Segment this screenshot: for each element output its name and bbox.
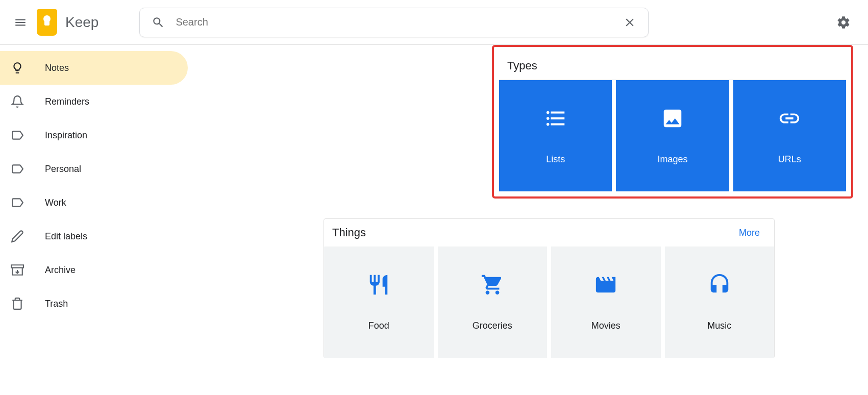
types-tile-images[interactable]: Images bbox=[616, 80, 729, 191]
close-icon bbox=[623, 16, 636, 29]
types-tile-row: Lists Images URLs bbox=[499, 80, 846, 191]
main-content: Types Lists Images URLs Things bbox=[188, 45, 868, 371]
sidebar-item-label: Notes bbox=[45, 63, 69, 73]
things-panel-header: Things More bbox=[324, 219, 774, 246]
types-tile-urls[interactable]: URLs bbox=[733, 80, 846, 191]
sidebar-item-label: Trash bbox=[45, 299, 68, 309]
hamburger-icon bbox=[14, 16, 27, 29]
types-panel-title: Types bbox=[507, 59, 537, 72]
headphones-icon bbox=[708, 274, 731, 296]
search-box[interactable] bbox=[139, 8, 649, 37]
sidebar-item-inspiration[interactable]: Inspiration bbox=[0, 118, 188, 152]
sidebar-item-trash[interactable]: Trash bbox=[0, 287, 188, 320]
lightbulb-icon bbox=[10, 61, 24, 75]
things-panel: Things More Food Groceries Movies bbox=[324, 218, 775, 358]
main-menu-button[interactable] bbox=[8, 10, 33, 35]
header-actions bbox=[760, 10, 860, 35]
link-icon bbox=[778, 107, 801, 130]
list-icon bbox=[544, 107, 567, 130]
sidebar-item-archive[interactable]: Archive bbox=[0, 253, 188, 287]
content: Notes Reminders Inspiration Personal Wor… bbox=[0, 45, 868, 371]
search-button[interactable] bbox=[147, 11, 169, 34]
tile-label: Movies bbox=[591, 320, 621, 331]
sidebar-item-label: Archive bbox=[45, 265, 76, 276]
sidebar-item-edit-labels[interactable]: Edit labels bbox=[0, 219, 188, 253]
tile-label: Lists bbox=[546, 154, 565, 165]
things-tile-movies[interactable]: Movies bbox=[551, 246, 661, 358]
sidebar-item-label: Work bbox=[45, 198, 66, 208]
food-icon bbox=[367, 274, 390, 296]
gear-icon bbox=[836, 15, 851, 30]
tile-label: URLs bbox=[778, 154, 801, 165]
sidebar-item-label: Edit labels bbox=[45, 231, 87, 242]
sidebar: Notes Reminders Inspiration Personal Wor… bbox=[0, 45, 188, 371]
archive-icon bbox=[10, 263, 24, 277]
sidebar-item-personal[interactable]: Personal bbox=[0, 152, 188, 186]
keep-logo-icon bbox=[37, 9, 57, 36]
tile-label: Images bbox=[657, 154, 687, 165]
things-tile-food[interactable]: Food bbox=[324, 246, 434, 358]
app-name: Keep bbox=[65, 14, 98, 31]
cart-icon bbox=[481, 274, 504, 296]
sidebar-item-label: Personal bbox=[45, 164, 81, 175]
things-tile-row: Food Groceries Movies Music bbox=[324, 246, 774, 358]
pencil-icon bbox=[10, 229, 24, 243]
clear-search-button[interactable] bbox=[618, 11, 641, 34]
sidebar-item-reminders[interactable]: Reminders bbox=[0, 85, 188, 118]
sidebar-item-work[interactable]: Work bbox=[0, 186, 188, 219]
search-input[interactable] bbox=[169, 16, 618, 28]
settings-button[interactable] bbox=[831, 10, 856, 35]
types-panel-highlighted: Types Lists Images URLs bbox=[492, 45, 853, 199]
search-icon bbox=[152, 16, 165, 29]
tile-label: Food bbox=[368, 320, 389, 331]
things-more-button[interactable]: More bbox=[739, 228, 766, 238]
label-icon bbox=[10, 195, 24, 210]
trash-icon bbox=[10, 297, 24, 311]
sidebar-item-notes[interactable]: Notes bbox=[0, 51, 188, 85]
bell-icon bbox=[10, 94, 24, 109]
things-panel-title: Things bbox=[332, 226, 366, 239]
app-logo[interactable]: Keep bbox=[37, 9, 98, 36]
label-icon bbox=[10, 162, 24, 176]
app-header: Keep bbox=[0, 0, 868, 45]
film-icon bbox=[594, 274, 617, 296]
types-tile-lists[interactable]: Lists bbox=[499, 80, 612, 191]
things-tile-groceries[interactable]: Groceries bbox=[438, 246, 548, 358]
sidebar-item-label: Reminders bbox=[45, 96, 89, 107]
label-icon bbox=[10, 128, 24, 142]
image-icon bbox=[661, 107, 684, 130]
types-panel-header: Types bbox=[499, 52, 846, 80]
tile-label: Groceries bbox=[473, 320, 512, 331]
sidebar-item-label: Inspiration bbox=[45, 130, 87, 141]
tile-label: Music bbox=[707, 320, 731, 331]
things-tile-music[interactable]: Music bbox=[665, 246, 775, 358]
